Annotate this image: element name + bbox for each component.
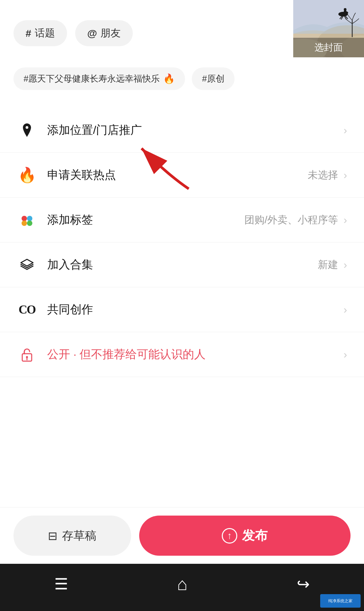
svg-point-15 bbox=[27, 216, 32, 221]
collab-arrow: › bbox=[343, 303, 347, 316]
collab-label: 共同创作 bbox=[47, 302, 343, 317]
watermark: 纯净系统之家 bbox=[320, 594, 361, 608]
menu-item-collection[interactable]: 加入合集 新建 › bbox=[0, 242, 364, 287]
tags-label: 添加标签 bbox=[47, 212, 244, 228]
hash-icon: # bbox=[26, 28, 31, 39]
bottom-action-bar: ⊟ 存草稿 ↑ 发布 bbox=[0, 507, 364, 564]
draft-label: 存草稿 bbox=[62, 528, 96, 544]
location-icon bbox=[17, 120, 37, 140]
draft-icon: ⊟ bbox=[48, 529, 57, 543]
menu-item-location[interactable]: 添加位置/门店推广 › bbox=[0, 108, 364, 153]
nav-home-icon[interactable]: ⌂ bbox=[177, 574, 187, 594]
cover-image[interactable]: 选封面 bbox=[293, 0, 364, 57]
publish-button[interactable]: ↑ 发布 bbox=[139, 516, 351, 556]
dots-icon bbox=[17, 210, 37, 230]
tags-value: 团购/外卖、小程序等 bbox=[244, 213, 338, 227]
privacy-arrow: › bbox=[343, 348, 347, 361]
publish-label: 发布 bbox=[242, 527, 268, 544]
svg-point-16 bbox=[22, 221, 27, 226]
friend-label: 朋友 bbox=[100, 26, 121, 40]
svg-point-13 bbox=[344, 8, 346, 11]
at-icon: @ bbox=[87, 28, 97, 39]
nav-menu-icon[interactable]: ☰ bbox=[54, 575, 68, 593]
location-arrow: › bbox=[343, 124, 347, 137]
collection-arrow: › bbox=[343, 259, 347, 271]
svg-point-14 bbox=[22, 216, 27, 221]
svg-point-17 bbox=[27, 221, 32, 226]
draft-button[interactable]: ⊟ 存草稿 bbox=[13, 516, 131, 556]
upload-icon: ↑ bbox=[222, 528, 237, 544]
friend-tag[interactable]: @ 朋友 bbox=[75, 20, 133, 46]
fire-icon-0: 🔥 bbox=[163, 73, 175, 84]
hotspot-label: 申请关联热点 bbox=[47, 167, 308, 183]
privacy-label: 公开 · 但不推荐给可能认识的人 bbox=[47, 347, 343, 362]
topic-tag[interactable]: # 话题 bbox=[13, 20, 67, 46]
lock-icon bbox=[17, 344, 37, 365]
hotspot-value: 未选择 bbox=[308, 168, 338, 182]
menu-item-hotspot[interactable]: 🔥 申请关联热点 未选择 › bbox=[0, 153, 364, 198]
navigation-bar: ☰ ⌂ ↩ bbox=[0, 564, 364, 611]
hashtag-text-1: #原创 bbox=[202, 73, 224, 85]
tags-arrow: › bbox=[343, 214, 347, 226]
hashtag-suggestions: #愿天下父母健康长寿永远幸福快乐 🔥 #原创 bbox=[0, 67, 364, 90]
hashtag-item-0[interactable]: #愿天下父母健康长寿永远幸福快乐 🔥 bbox=[13, 67, 185, 90]
topic-label: 话题 bbox=[35, 26, 55, 40]
layers-icon bbox=[17, 255, 37, 275]
cover-label: 选封面 bbox=[314, 42, 343, 53]
menu-item-collab[interactable]: CO 共同创作 › bbox=[0, 287, 364, 332]
cover-overlay: 选封面 bbox=[293, 38, 364, 57]
location-label: 添加位置/门店推广 bbox=[47, 122, 343, 138]
hashtag-text-0: #愿天下父母健康长寿永远幸福快乐 bbox=[24, 73, 160, 85]
nav-back-icon[interactable]: ↩ bbox=[297, 575, 310, 593]
collection-label: 加入合集 bbox=[47, 257, 318, 272]
hashtag-item-1[interactable]: #原创 bbox=[192, 67, 234, 90]
co-icon: CO bbox=[17, 299, 37, 320]
collection-value: 新建 bbox=[318, 258, 338, 272]
tags-row: # 话题 @ 朋友 bbox=[13, 20, 133, 46]
menu-list: 添加位置/门店推广 › 🔥 申请关联热点 未选择 › 添加标签 团购/外卖、小程… bbox=[0, 108, 364, 377]
fire-menu-icon: 🔥 bbox=[17, 165, 37, 185]
menu-item-tags[interactable]: 添加标签 团购/外卖、小程序等 › bbox=[0, 198, 364, 242]
hotspot-arrow: › bbox=[343, 169, 347, 181]
menu-item-privacy[interactable]: 公开 · 但不推荐给可能认识的人 › bbox=[0, 332, 364, 377]
